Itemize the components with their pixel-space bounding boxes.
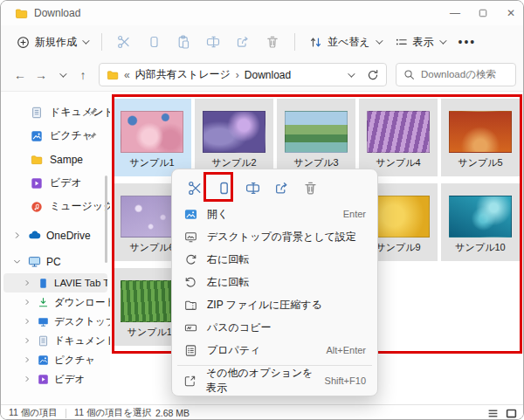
- more-commands-button[interactable]: •••: [452, 35, 484, 49]
- cut-icon[interactable]: [181, 174, 210, 203]
- breadcrumb-item-current[interactable]: Download: [245, 69, 291, 81]
- sidebar-item-documents[interactable]: ドキュメント: [1, 331, 110, 350]
- onedrive-cloud-icon: [28, 229, 41, 242]
- sidebar-item-label: デスクトップ: [54, 315, 110, 328]
- chevron-right-icon[interactable]: [20, 337, 34, 344]
- menu-item-set-as-background[interactable]: デスクトップの背景として設定: [176, 225, 374, 248]
- file-item[interactable]: サンプル4: [359, 99, 438, 176]
- sidebar-item-pc[interactable]: PC: [1, 250, 110, 273]
- chevron-right-icon[interactable]: [10, 231, 24, 239]
- sort-icon: [309, 36, 322, 49]
- breadcrumb-item-root[interactable]: 内部共有ストレージ: [135, 67, 231, 82]
- sidebar-item-lavie-tab[interactable]: LAVIE Tab T12 1: [3, 273, 107, 293]
- rename-button[interactable]: [198, 29, 228, 55]
- sidebar-item-music-quick[interactable]: ミュージック: [1, 195, 110, 218]
- zip-folder-icon: [183, 299, 197, 312]
- file-item[interactable]: サンプル1: [113, 99, 191, 176]
- chevron-down-icon: [59, 70, 66, 77]
- file-name: サンプル2: [211, 156, 256, 169]
- paste-button[interactable]: [169, 29, 198, 55]
- recent-locations-button[interactable]: [52, 64, 72, 86]
- chevron-right-icon[interactable]: [20, 356, 34, 363]
- sort-button[interactable]: 並べ替え: [302, 29, 388, 55]
- explorer-window: Download — ✕ 新規作成: [0, 0, 524, 420]
- copy-button[interactable]: [139, 29, 169, 55]
- folder-icon: [15, 7, 28, 20]
- share-button[interactable]: [228, 29, 258, 55]
- new-button[interactable]: 新規作成: [10, 29, 94, 55]
- view-button-label: 表示: [413, 35, 434, 50]
- refresh-icon[interactable]: [367, 69, 379, 81]
- breadcrumb-collapse-icon[interactable]: «: [124, 69, 130, 81]
- delete-icon[interactable]: [296, 174, 325, 203]
- details-view-icon[interactable]: [487, 408, 499, 419]
- properties-icon: [183, 344, 197, 357]
- chevron-down-icon: [82, 37, 89, 44]
- file-item[interactable]: サンプル5: [441, 99, 520, 176]
- navigation-pane: ドキュメント ピクチャ Sampe: [1, 92, 110, 404]
- copy-path-icon: [183, 321, 197, 334]
- sidebar-item-videos[interactable]: ビデオ: [1, 369, 110, 389]
- menu-item-copy-path[interactable]: パスのコピー: [176, 316, 374, 339]
- chevron-down-icon[interactable]: [10, 258, 24, 265]
- chevron-down-icon[interactable]: [348, 70, 355, 77]
- chevron-right-icon[interactable]: [20, 318, 34, 325]
- thumbnail-image: [203, 111, 265, 153]
- back-button[interactable]: ←: [10, 64, 31, 86]
- close-button[interactable]: ✕: [497, 1, 524, 25]
- chevron-right-icon[interactable]: [20, 299, 34, 306]
- sidebar-scrollbar[interactable]: [105, 176, 107, 263]
- sidebar-item-pictures[interactable]: ピクチャ: [1, 350, 110, 369]
- menu-item-label: ZIP ファイルに圧縮する: [207, 298, 322, 313]
- show-more-icon: [183, 375, 196, 388]
- view-button[interactable]: 表示: [388, 29, 452, 55]
- menu-item-rotate-right[interactable]: 右に回転: [176, 248, 374, 271]
- file-item[interactable]: サンプル10: [441, 183, 520, 261]
- sidebar-item-pictures-quick[interactable]: ピクチャ: [1, 124, 110, 148]
- forward-button[interactable]: →: [31, 64, 52, 86]
- menu-item-label: 右に回転: [207, 252, 249, 267]
- window-title: Download: [34, 7, 80, 19]
- toolbar-divider: [294, 33, 295, 51]
- sidebar-item-downloads[interactable]: ダウンロード: [1, 293, 110, 312]
- file-name: サンプル5: [458, 156, 502, 169]
- menu-item-compress-zip[interactable]: ZIP ファイルに圧縮する: [176, 293, 374, 316]
- rename-icon[interactable]: [238, 174, 267, 203]
- up-button[interactable]: ↑: [72, 64, 93, 86]
- toolbar-divider: [101, 33, 102, 51]
- search-input[interactable]: Downloadの検索: [396, 63, 516, 86]
- large-thumbnails-view-icon[interactable]: [506, 408, 517, 419]
- thumbnail-image: [285, 111, 348, 153]
- file-item[interactable]: サンプル3: [277, 99, 355, 176]
- maximize-button[interactable]: [469, 1, 497, 25]
- cut-button[interactable]: [109, 29, 139, 55]
- chevron-right-icon[interactable]: [20, 375, 34, 382]
- thumbnail-image: [367, 111, 430, 153]
- menu-item-properties[interactable]: プロパティ Alt+Enter: [176, 339, 374, 361]
- menu-item-label: パスのコピー: [207, 320, 271, 335]
- share-icon[interactable]: [267, 174, 296, 203]
- music-icon: [31, 201, 43, 213]
- file-name: サンプル1: [129, 156, 174, 169]
- view-icon: [395, 36, 408, 49]
- context-menu: 開く Enter デスクトップの背景として設定 右に回転: [171, 169, 378, 396]
- menu-item-show-more-options[interactable]: その他のオプションを表示 Shift+F10: [176, 369, 374, 392]
- breadcrumb[interactable]: « 内部共有ストレージ › Download: [99, 63, 387, 86]
- menu-item-open[interactable]: 開く Enter: [176, 203, 374, 225]
- file-name: サンプル6: [129, 241, 174, 254]
- file-item[interactable]: サンプル2: [195, 99, 273, 176]
- delete-button[interactable]: [258, 29, 287, 55]
- plus-circle-icon: [17, 36, 30, 49]
- files-pane: サンプル1 サンプル2 サンプル3 サンプル4 サンプル5 サンプル6: [110, 92, 524, 404]
- minimize-button[interactable]: —: [441, 1, 469, 25]
- sidebar-item-documents-quick[interactable]: ドキュメント: [1, 100, 110, 124]
- sidebar-item-videos-quick[interactable]: ビデオ: [1, 171, 110, 195]
- sidebar-item-sampe[interactable]: Sampe: [1, 148, 110, 171]
- sidebar-item-onedrive[interactable]: OneDrive: [1, 224, 110, 247]
- item-count: 11 個の項目: [9, 407, 58, 419]
- chevron-right-icon[interactable]: [20, 279, 34, 286]
- selection-count: 11 個の項目を選択: [74, 407, 151, 419]
- copy-icon[interactable]: [210, 174, 238, 203]
- sidebar-item-desktop[interactable]: デスクトップ: [1, 312, 110, 331]
- menu-item-rotate-left[interactable]: 左に回転: [176, 271, 374, 293]
